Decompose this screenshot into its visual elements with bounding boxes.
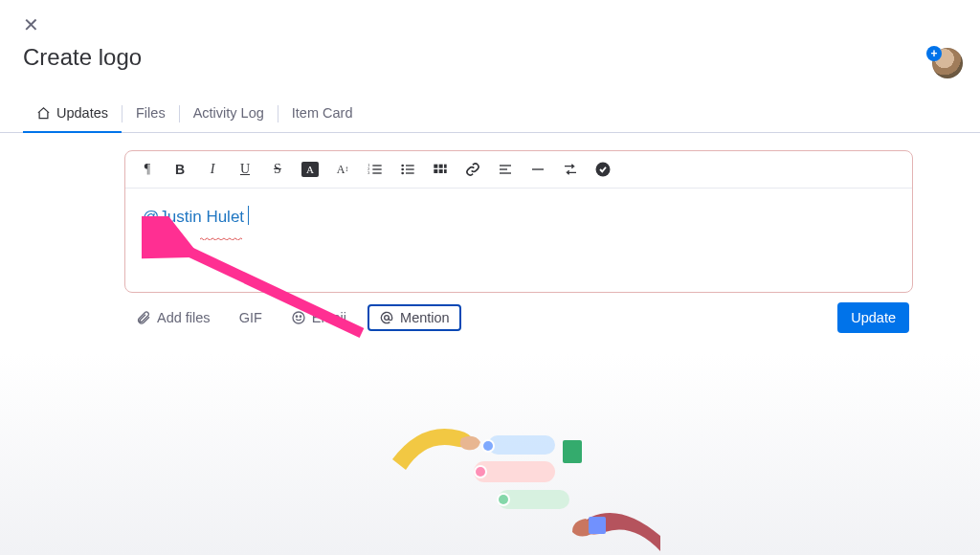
- mention-label: Mention: [400, 310, 450, 325]
- svg-rect-12: [434, 165, 437, 168]
- add-member-button[interactable]: +: [932, 48, 963, 78]
- svg-point-38: [499, 495, 508, 504]
- svg-rect-0: [372, 165, 381, 166]
- gif-button[interactable]: GIF: [232, 304, 270, 331]
- align-button[interactable]: [497, 161, 514, 178]
- mention-button[interactable]: Mention: [368, 304, 461, 331]
- svg-point-26: [385, 316, 390, 321]
- svg-rect-32: [563, 440, 582, 463]
- svg-rect-15: [434, 169, 437, 173]
- svg-point-36: [476, 467, 485, 477]
- svg-rect-11: [406, 172, 414, 173]
- svg-rect-31: [498, 490, 569, 509]
- close-icon[interactable]: ✕: [23, 13, 42, 36]
- formatting-toolbar: ¶ B I U S A A↕ 123: [125, 151, 912, 189]
- svg-rect-29: [488, 435, 555, 455]
- tab-updates[interactable]: Updates: [23, 96, 122, 132]
- plus-icon: +: [926, 46, 942, 61]
- add-files-button[interactable]: Add files: [128, 304, 218, 331]
- emoji-button[interactable]: Emoji: [283, 304, 354, 331]
- font-size-button[interactable]: A↕: [334, 161, 351, 178]
- tab-item-card[interactable]: Item Card: [278, 96, 367, 132]
- svg-rect-16: [439, 169, 443, 173]
- svg-point-24: [296, 316, 297, 317]
- svg-rect-18: [500, 165, 511, 166]
- editor-actions: Add files GIF Emoji Mention Update: [124, 293, 913, 333]
- svg-point-23: [293, 312, 304, 323]
- svg-rect-1: [372, 168, 381, 169]
- svg-rect-39: [589, 517, 606, 534]
- page-title: Create logo: [23, 44, 957, 71]
- bullet-list-button[interactable]: [399, 161, 416, 178]
- svg-point-7: [401, 168, 404, 171]
- tab-label: Updates: [56, 105, 108, 121]
- svg-text:3: 3: [368, 170, 370, 175]
- at-icon: [379, 310, 394, 325]
- editor-textarea[interactable]: @Justin Hulet: [125, 189, 912, 292]
- svg-rect-17: [444, 169, 447, 173]
- svg-point-37: [497, 493, 510, 506]
- text-direction-button[interactable]: [562, 161, 579, 178]
- mention-label: @Justin Hulet: [143, 208, 244, 226]
- svg-point-8: [401, 172, 404, 175]
- link-button[interactable]: [464, 161, 481, 178]
- text-cursor: [248, 206, 249, 225]
- svg-rect-20: [500, 172, 511, 173]
- gif-label: GIF: [239, 310, 262, 325]
- svg-point-33: [481, 439, 495, 453]
- text-highlight-button[interactable]: A: [301, 162, 319, 177]
- svg-rect-21: [532, 168, 544, 169]
- smile-icon: [291, 310, 306, 325]
- update-editor: ¶ B I U S A A↕ 123: [124, 150, 913, 293]
- italic-button[interactable]: I: [204, 161, 221, 178]
- svg-rect-13: [439, 165, 443, 168]
- tabs-bar: Updates Files Activity Log Item Card: [0, 96, 980, 133]
- svg-rect-30: [474, 461, 555, 482]
- svg-point-25: [300, 316, 301, 317]
- svg-rect-2: [372, 172, 381, 173]
- empty-state-illustration: [373, 402, 660, 555]
- tab-label: Item Card: [292, 105, 353, 121]
- bold-button[interactable]: B: [171, 161, 189, 178]
- svg-point-6: [401, 165, 404, 167]
- mention-chip[interactable]: @Justin Hulet: [143, 208, 244, 227]
- svg-rect-14: [444, 165, 447, 168]
- paragraph-button[interactable]: ¶: [139, 161, 156, 178]
- svg-rect-10: [406, 168, 414, 169]
- ordered-list-button[interactable]: 123: [367, 161, 384, 178]
- tab-label: Activity Log: [193, 105, 264, 121]
- update-button[interactable]: Update: [837, 302, 909, 333]
- divider-button[interactable]: [529, 161, 546, 178]
- add-files-label: Add files: [157, 310, 211, 325]
- svg-rect-9: [406, 165, 414, 166]
- underline-button[interactable]: U: [236, 161, 254, 178]
- table-button[interactable]: [432, 161, 449, 178]
- strikethrough-button[interactable]: S: [269, 161, 286, 178]
- svg-point-34: [483, 441, 493, 451]
- paperclip-icon: [136, 310, 151, 325]
- checklist-button[interactable]: [594, 161, 612, 178]
- emoji-label: Emoji: [312, 310, 346, 325]
- tab-label: Files: [136, 105, 166, 121]
- tab-files[interactable]: Files: [122, 96, 179, 132]
- home-icon: [36, 106, 51, 121]
- tab-activity-log[interactable]: Activity Log: [180, 96, 278, 132]
- svg-point-35: [474, 465, 487, 478]
- svg-rect-19: [500, 168, 507, 169]
